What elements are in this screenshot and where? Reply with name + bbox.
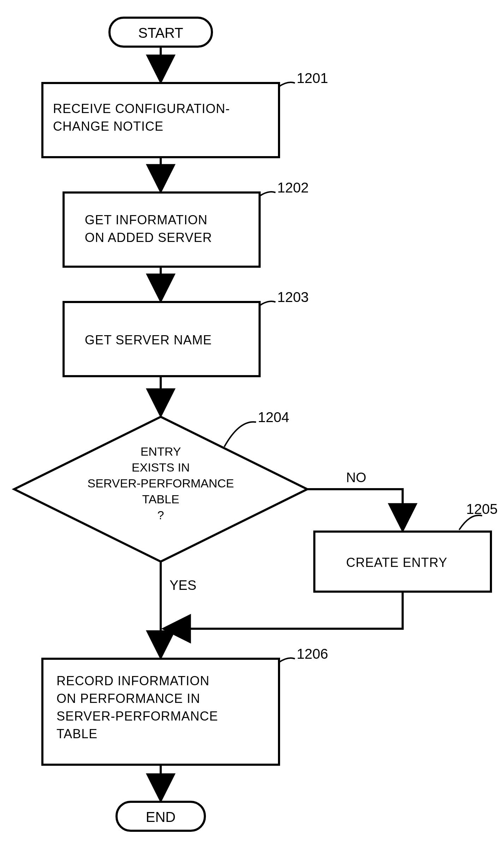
ref-1203: 1203 — [277, 289, 309, 305]
node-1204-line3: SERVER-PERFORMANCE — [88, 476, 234, 490]
ref-1204: 1204 — [258, 409, 289, 425]
node-1203: GET SERVER NAME — [64, 302, 260, 376]
node-1201-line2: CHANGE NOTICE — [53, 119, 164, 134]
edge-1204-1205 — [307, 489, 403, 530]
branch-yes: YES — [170, 578, 196, 593]
node-1204-line2: EXISTS IN — [132, 461, 190, 474]
node-1201-line1: RECEIVE CONFIGURATION- — [53, 101, 230, 116]
node-1206-line1: RECORD INFORMATION — [57, 674, 209, 688]
ref-leader-1206 — [279, 658, 295, 662]
node-1204: ENTRY EXISTS IN SERVER-PERFORMANCE TABLE… — [14, 417, 307, 562]
node-1206-line3: SERVER-PERFORMANCE — [57, 709, 218, 723]
node-1206: RECORD INFORMATION ON PERFORMANCE IN SER… — [42, 659, 279, 765]
ref-leader-1202 — [260, 192, 275, 196]
svg-rect-2 — [64, 192, 260, 267]
ref-1202: 1202 — [277, 180, 309, 195]
end-node: END — [117, 802, 205, 831]
node-1201: RECEIVE CONFIGURATION- CHANGE NOTICE — [42, 83, 279, 157]
edge-1205-merge — [164, 592, 403, 629]
ref-leader-1205 — [459, 515, 482, 530]
flowchart: START RECEIVE CONFIGURATION- CHANGE NOTI… — [7, 7, 504, 853]
ref-1205: 1205 — [466, 501, 498, 517]
end-label: END — [146, 809, 176, 825]
ref-leader-1201 — [279, 82, 295, 87]
start-node: START — [109, 18, 212, 47]
node-1203-line1: GET SERVER NAME — [85, 333, 212, 347]
node-1204-line1: ENTRY — [141, 445, 181, 458]
node-1205: CREATE ENTRY — [314, 532, 491, 592]
start-label: START — [138, 25, 183, 41]
ref-leader-1203 — [260, 301, 275, 306]
ref-leader-1204 — [224, 422, 256, 447]
ref-1206: 1206 — [297, 646, 328, 662]
node-1204-line5: ? — [158, 508, 164, 522]
node-1202-line1: GET INFORMATION — [85, 213, 208, 227]
node-1206-line2: ON PERFORMANCE IN — [57, 691, 200, 706]
node-1205-line1: CREATE ENTRY — [346, 555, 447, 570]
node-1202: GET INFORMATION ON ADDED SERVER — [64, 192, 260, 267]
node-1202-line2: ON ADDED SERVER — [85, 230, 212, 245]
node-1206-line4: TABLE — [57, 727, 97, 741]
branch-no: NO — [346, 470, 366, 485]
node-1204-line4: TABLE — [142, 492, 179, 506]
ref-1201: 1201 — [297, 70, 328, 86]
